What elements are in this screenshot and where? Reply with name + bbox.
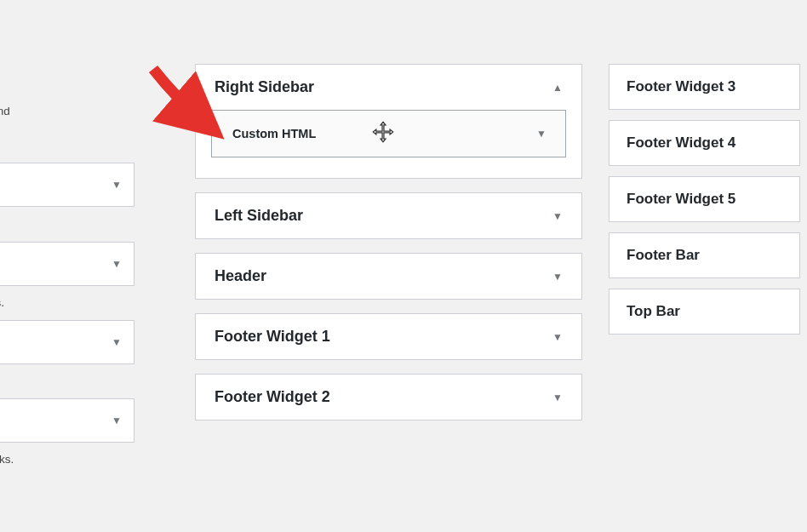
footer-widget-3-area[interactable]: Footer Widget 3	[609, 64, 800, 110]
widget-item[interactable]: ▼	[0, 163, 134, 207]
caret-down-icon: ▼	[552, 210, 563, 222]
caret-down-icon: ▼	[552, 392, 563, 403]
widget-title: Custom HTML	[212, 127, 316, 140]
footer-widget-2-area[interactable]: Footer Widget 2 ▼	[195, 374, 582, 420]
area-title: Left Sidebar	[215, 207, 303, 225]
left-sidebar-area[interactable]: Left Sidebar ▼	[195, 192, 582, 239]
widget-areas-column: Right Sidebar ▲ Custom HTML ▼ Left Sideb…	[195, 64, 582, 434]
widget-desc: Press.org links.	[0, 451, 134, 468]
widget-desc: layer.	[0, 215, 134, 232]
top-bar-area[interactable]: Top Bar	[609, 289, 800, 335]
caret-down-icon: ▼	[112, 179, 122, 191]
area-title: Header	[215, 267, 266, 285]
custom-html-widget[interactable]: Custom HTML ▼	[211, 110, 566, 157]
caret-down-icon: ▼	[552, 271, 563, 283]
area-title: Footer Widget 1	[215, 328, 330, 346]
caret-down-icon: ▼	[112, 258, 122, 270]
footer-bar-area[interactable]: Footer Bar	[609, 232, 800, 278]
caret-down-icon: ▼	[112, 336, 122, 348]
widget-item[interactable]: ▼	[0, 242, 134, 286]
caret-down-icon: ▼	[112, 415, 122, 426]
available-widgets-column: e a widget and ▼ layer. ▼ of categories.…	[0, 0, 134, 477]
footer-widget-4-area[interactable]: Footer Widget 4	[609, 120, 800, 166]
area-title: Right Sidebar	[215, 78, 314, 96]
footer-widget-1-area[interactable]: Footer Widget 1 ▼	[195, 313, 582, 360]
caret-down-icon: ▼	[536, 128, 547, 140]
footer-widget-5-area[interactable]: Footer Widget 5	[609, 176, 800, 222]
header-area[interactable]: Header ▼	[195, 253, 582, 300]
widget-desc: of categories.	[0, 295, 134, 312]
widget-areas-column-2: Footer Widget 3 Footer Widget 4 Footer W…	[609, 64, 800, 345]
right-sidebar-header[interactable]: Right Sidebar ▲	[196, 65, 581, 110]
widget-item[interactable]: ▼	[0, 398, 134, 443]
caret-down-icon: ▼	[552, 331, 563, 343]
widget-item[interactable]: ▼	[0, 320, 134, 364]
right-sidebar-area: Right Sidebar ▲ Custom HTML ▼	[195, 64, 582, 179]
widget-desc: e a widget and	[0, 103, 134, 120]
right-sidebar-body: Custom HTML ▼	[196, 110, 581, 178]
area-title: Footer Widget 2	[215, 388, 330, 406]
widget-desc: gallery.	[0, 373, 134, 390]
caret-up-icon: ▲	[552, 82, 563, 94]
